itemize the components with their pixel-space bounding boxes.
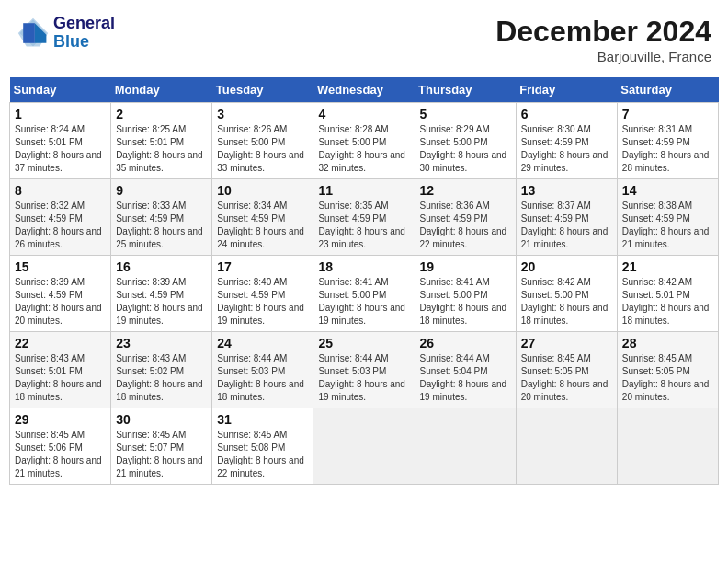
calendar-week-0: 1Sunrise: 8:24 AMSunset: 5:01 PMDaylight… <box>10 103 719 179</box>
calendar-week-2: 15Sunrise: 8:39 AMSunset: 4:59 PMDayligh… <box>10 256 719 332</box>
table-row: 23Sunrise: 8:43 AMSunset: 5:02 PMDayligh… <box>111 332 212 408</box>
table-row: 18Sunrise: 8:41 AMSunset: 5:00 PMDayligh… <box>313 256 415 332</box>
table-row: 30Sunrise: 8:45 AMSunset: 5:07 PMDayligh… <box>111 408 212 485</box>
header-row: SundayMondayTuesdayWednesdayThursdayFrid… <box>10 77 719 103</box>
logo-icon <box>17 17 50 50</box>
table-row: 29Sunrise: 8:45 AMSunset: 5:06 PMDayligh… <box>10 408 111 485</box>
table-row: 10Sunrise: 8:34 AMSunset: 4:59 PMDayligh… <box>212 179 313 256</box>
table-row <box>516 408 617 485</box>
table-row: 27Sunrise: 8:45 AMSunset: 5:05 PMDayligh… <box>516 332 617 408</box>
table-row: 28Sunrise: 8:45 AMSunset: 5:05 PMDayligh… <box>617 332 718 408</box>
table-row: 25Sunrise: 8:44 AMSunset: 5:03 PMDayligh… <box>313 332 415 408</box>
table-row: 21Sunrise: 8:42 AMSunset: 5:01 PMDayligh… <box>617 256 718 332</box>
day-header-tuesday: Tuesday <box>212 77 313 103</box>
table-row: 22Sunrise: 8:43 AMSunset: 5:01 PMDayligh… <box>10 332 111 408</box>
table-row: 5Sunrise: 8:29 AMSunset: 5:00 PMDaylight… <box>415 103 516 179</box>
table-row <box>617 408 718 485</box>
logo-text: General Blue <box>53 15 115 52</box>
table-row: 19Sunrise: 8:41 AMSunset: 5:00 PMDayligh… <box>415 256 516 332</box>
table-row: 17Sunrise: 8:40 AMSunset: 4:59 PMDayligh… <box>212 256 313 332</box>
table-row: 14Sunrise: 8:38 AMSunset: 4:59 PMDayligh… <box>617 179 718 256</box>
table-row: 8Sunrise: 8:32 AMSunset: 4:59 PMDaylight… <box>10 179 111 256</box>
location-title: Barjouville, France <box>495 49 711 64</box>
svg-marker-3 <box>23 23 35 43</box>
table-row: 26Sunrise: 8:44 AMSunset: 5:04 PMDayligh… <box>415 332 516 408</box>
calendar-week-3: 22Sunrise: 8:43 AMSunset: 5:01 PMDayligh… <box>10 332 719 408</box>
table-row: 12Sunrise: 8:36 AMSunset: 4:59 PMDayligh… <box>415 179 516 256</box>
title-area: December 2024 Barjouville, France <box>495 15 711 64</box>
table-row: 2Sunrise: 8:25 AMSunset: 5:01 PMDaylight… <box>111 103 212 179</box>
table-row: 13Sunrise: 8:37 AMSunset: 4:59 PMDayligh… <box>516 179 617 256</box>
table-row: 7Sunrise: 8:31 AMSunset: 4:59 PMDaylight… <box>617 103 718 179</box>
calendar-table: SundayMondayTuesdayWednesdayThursdayFrid… <box>9 77 719 485</box>
table-row: 20Sunrise: 8:42 AMSunset: 5:00 PMDayligh… <box>516 256 617 332</box>
table-row: 6Sunrise: 8:30 AMSunset: 4:59 PMDaylight… <box>516 103 617 179</box>
month-title: December 2024 <box>495 15 711 49</box>
day-header-thursday: Thursday <box>415 77 516 103</box>
table-row: 24Sunrise: 8:44 AMSunset: 5:03 PMDayligh… <box>212 332 313 408</box>
page-header: General Blue December 2024 Barjouville, … <box>9 9 719 70</box>
day-header-friday: Friday <box>516 77 617 103</box>
table-row: 15Sunrise: 8:39 AMSunset: 4:59 PMDayligh… <box>10 256 111 332</box>
table-row: 1Sunrise: 8:24 AMSunset: 5:01 PMDaylight… <box>10 103 111 179</box>
table-row: 4Sunrise: 8:28 AMSunset: 5:00 PMDaylight… <box>313 103 415 179</box>
table-row: 16Sunrise: 8:39 AMSunset: 4:59 PMDayligh… <box>111 256 212 332</box>
table-row <box>313 408 415 485</box>
day-header-sunday: Sunday <box>10 77 111 103</box>
day-header-monday: Monday <box>111 77 212 103</box>
day-header-wednesday: Wednesday <box>313 77 415 103</box>
table-row: 11Sunrise: 8:35 AMSunset: 4:59 PMDayligh… <box>313 179 415 256</box>
table-row: 31Sunrise: 8:45 AMSunset: 5:08 PMDayligh… <box>212 408 313 485</box>
day-header-saturday: Saturday <box>617 77 718 103</box>
calendar-week-1: 8Sunrise: 8:32 AMSunset: 4:59 PMDaylight… <box>10 179 719 256</box>
logo: General Blue <box>17 15 115 52</box>
calendar-week-4: 29Sunrise: 8:45 AMSunset: 5:06 PMDayligh… <box>10 408 719 485</box>
table-row <box>415 408 516 485</box>
table-row: 3Sunrise: 8:26 AMSunset: 5:00 PMDaylight… <box>212 103 313 179</box>
table-row: 9Sunrise: 8:33 AMSunset: 4:59 PMDaylight… <box>111 179 212 256</box>
